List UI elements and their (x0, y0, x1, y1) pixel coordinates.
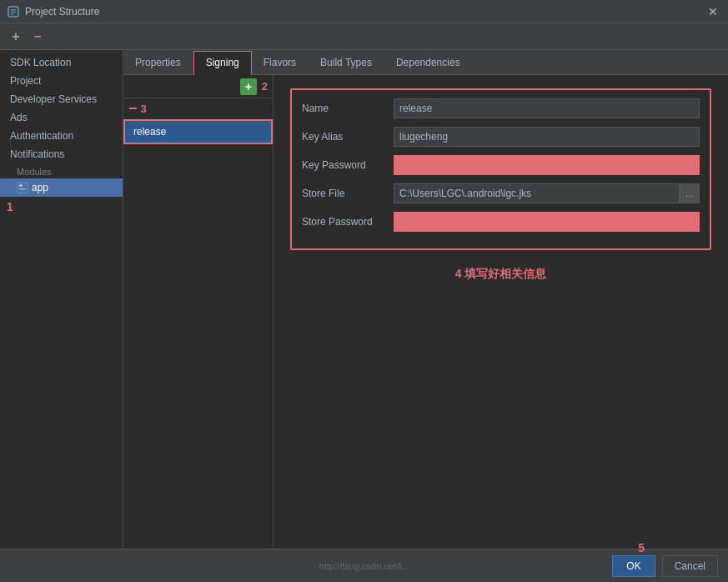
name-label: Name (302, 103, 394, 114)
store-password-input[interactable] (394, 212, 700, 232)
tab-dependencies[interactable]: Dependencies (384, 50, 473, 74)
sidebar-item-notifications[interactable]: Notifications (0, 145, 123, 163)
annotation-1: 1 (0, 197, 123, 217)
annotation-4: 4 填写好相关信息 (290, 267, 711, 282)
sidebar: SDK Location Project Developer Services … (0, 50, 123, 549)
signing-list-panel: config + 2 − 3 release (123, 75, 274, 549)
key-alias-label: Key Alias (302, 131, 394, 143)
cancel-button[interactable]: Cancel (662, 555, 718, 577)
sidebar-item-authentication[interactable]: Authentication (0, 127, 123, 145)
tab-signing[interactable]: Signing (193, 51, 252, 75)
tab-build-types[interactable]: Build Types (309, 50, 384, 74)
window-title: Project Structure (25, 6, 705, 18)
remove-button[interactable]: − (28, 28, 47, 46)
name-input[interactable] (394, 98, 700, 118)
title-bar: Project Structure ✕ (0, 0, 728, 23)
ok-button[interactable]: OK (612, 555, 655, 577)
signing-remove-button[interactable]: − (128, 100, 138, 118)
key-password-label: Key Password (302, 159, 394, 171)
annotation-2: 2 (262, 80, 268, 93)
svg-rect-6 (19, 188, 26, 189)
close-button[interactable]: ✕ (705, 3, 721, 20)
sidebar-item-sdk-location[interactable]: SDK Location (0, 53, 123, 72)
right-panel: Properties Signing Flavors Build Types D… (123, 50, 728, 549)
form-row-store-password: Store Password (302, 212, 700, 232)
signing-list-item-release[interactable]: release (123, 119, 273, 144)
form-row-name: Name (302, 98, 700, 118)
sidebar-item-ads[interactable]: Ads (0, 108, 123, 127)
sidebar-item-project[interactable]: Project (0, 72, 123, 90)
sidebar-item-developer-services[interactable]: Developer Services (0, 90, 123, 108)
window-icon (7, 5, 20, 18)
app-module-icon (17, 182, 28, 193)
add-button[interactable]: + (7, 28, 25, 46)
svg-rect-5 (19, 184, 23, 187)
tab-flavors[interactable]: Flavors (252, 50, 309, 74)
toolbar: + − (0, 23, 728, 50)
store-file-label: Store File (302, 188, 394, 199)
tab-properties[interactable]: Properties (123, 50, 193, 74)
annotation-3: 3 (141, 103, 147, 115)
signing-add-button[interactable]: + (240, 78, 257, 95)
annotation-5: 5 (638, 541, 645, 554)
watermark: http://blog.csdn.net/l... (319, 561, 409, 571)
store-file-browse-button[interactable]: … (680, 183, 700, 203)
store-file-input[interactable] (394, 183, 680, 203)
store-password-label: Store Password (302, 216, 394, 228)
signing-form-panel: Name Key Alias Key Password (274, 75, 728, 549)
sidebar-modules-label: Modules (0, 163, 123, 178)
panel-content: config + 2 − 3 release (123, 75, 728, 549)
tabs-bar: Properties Signing Flavors Build Types D… (123, 50, 728, 75)
key-password-input[interactable] (394, 155, 700, 175)
signing-form: Name Key Alias Key Password (290, 88, 711, 250)
key-alias-input[interactable] (394, 127, 700, 147)
form-row-store-file: Store File … (302, 183, 700, 203)
sidebar-item-app[interactable]: app (0, 178, 123, 197)
svg-rect-4 (18, 183, 28, 193)
app-label: app (32, 182, 48, 193)
form-row-key-alias: Key Alias (302, 127, 700, 147)
bottom-bar: http://blog.csdn.net/l... 5 OK Cancel (0, 549, 728, 582)
form-row-key-password: Key Password (302, 155, 700, 175)
signing-list-header: config + 2 (123, 75, 273, 98)
